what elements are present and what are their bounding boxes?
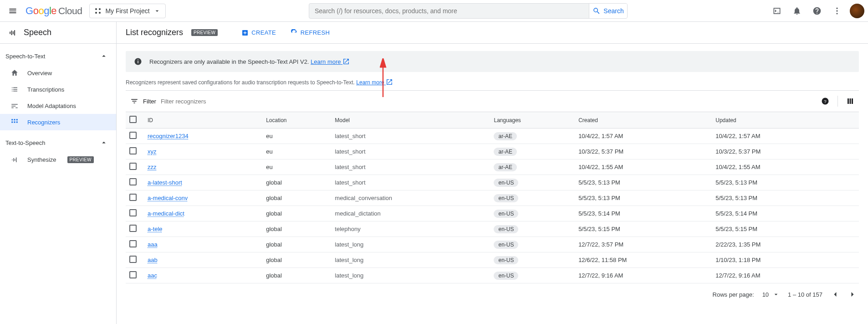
chevron-down-icon	[153, 7, 161, 15]
recognizer-id-link[interactable]: a-medical-conv	[148, 195, 188, 201]
recognizer-id-link[interactable]: a-latest-short	[148, 179, 182, 186]
recognizer-id-link[interactable]: aac	[148, 272, 157, 279]
search-icon	[592, 7, 601, 15]
hamburger-icon	[8, 6, 17, 15]
sidebar-product-header[interactable]: Speech	[0, 22, 116, 44]
help-button[interactable]	[808, 2, 826, 20]
row-checkbox[interactable]	[129, 240, 137, 247]
recognizer-id-link[interactable]: aaa	[148, 241, 158, 248]
create-button[interactable]: CREATE	[241, 29, 276, 36]
sidebar-item-recognizers[interactable]: Recognizers	[0, 114, 116, 130]
col-created[interactable]: Created	[575, 112, 712, 129]
nav-menu-button[interactable]	[4, 2, 22, 20]
list-icon	[10, 85, 19, 93]
recognizer-id-link[interactable]: a-tele	[148, 226, 163, 232]
col-languages[interactable]: Languages	[490, 112, 575, 129]
chevron-up-icon	[100, 52, 108, 60]
col-updated[interactable]: Updated	[712, 112, 841, 129]
row-checkbox[interactable]	[129, 225, 137, 232]
open-in-new-icon	[342, 58, 350, 65]
language-chip: en-US	[494, 179, 518, 187]
sidebar-item-overview[interactable]: Overview	[0, 65, 116, 81]
svg-rect-18	[138, 61, 138, 63]
search-input[interactable]	[309, 7, 589, 15]
cloud-shell-button[interactable]	[768, 2, 786, 20]
cell-created: 10/4/22, 1:57 AM	[575, 129, 712, 144]
prev-page-button[interactable]	[831, 290, 840, 299]
cell-created: 5/5/23, 5:14 PM	[575, 206, 712, 221]
svg-point-5	[836, 10, 837, 11]
table-row: zzzeulatest_shortar-AE10/4/22, 1:55 AM10…	[126, 159, 859, 175]
cell-location: global	[262, 221, 331, 237]
filter-input[interactable]	[161, 98, 817, 105]
recognizer-id-link[interactable]: aab	[148, 257, 158, 263]
svg-point-2	[95, 12, 97, 14]
table-row: xyzeulatest_shortar-AE10/3/22, 5:37 PM10…	[126, 144, 859, 159]
cell-updated: 5/5/23, 5:13 PM	[712, 175, 841, 190]
cell-location: global	[262, 252, 331, 268]
table-row: aaagloballatest_longen-US12/7/22, 3:57 P…	[126, 237, 859, 252]
select-all-checkbox[interactable]	[129, 116, 137, 123]
search-button[interactable]: Search	[589, 4, 627, 18]
svg-rect-9	[13, 31, 14, 34]
col-model[interactable]: Model	[331, 112, 490, 129]
cell-model: latest_short	[331, 175, 490, 190]
cell-model: latest_short	[331, 159, 490, 175]
project-name: My First Project	[105, 7, 149, 15]
more-button[interactable]	[828, 2, 846, 20]
cell-created: 10/3/22, 5:37 PM	[575, 144, 712, 159]
svg-text:?: ?	[824, 99, 827, 104]
search-box[interactable]: Search	[309, 3, 628, 19]
filter-icon	[130, 97, 138, 105]
recognizer-id-link[interactable]: a-medical-dict	[148, 210, 184, 217]
help-filled-icon[interactable]: ?	[821, 97, 829, 105]
sidebar-section-stt[interactable]: Speech-to-Text	[0, 47, 116, 65]
sidebar-section-tts[interactable]: Text-to-Speech	[0, 134, 116, 151]
cell-created: 12/7/22, 3:57 PM	[575, 237, 712, 252]
recognizer-id-link[interactable]: recognizer1234	[148, 133, 189, 139]
rows-per-page-label: Rows per page:	[713, 291, 754, 298]
rows-per-page-select[interactable]: 10	[762, 291, 780, 298]
recognizer-id-link[interactable]: xyz	[148, 148, 157, 155]
sidebar-item-synthesize[interactable]: Synthesize PREVIEW	[0, 151, 116, 168]
sidebar-item-transcriptions[interactable]: Transcriptions	[0, 81, 116, 98]
columns-icon[interactable]	[846, 97, 854, 105]
terminal-icon	[772, 6, 781, 15]
row-checkbox[interactable]	[129, 132, 137, 139]
content-header: List recognizers PREVIEW CREATE REFRESH	[117, 22, 868, 44]
row-checkbox[interactable]	[129, 147, 137, 154]
row-checkbox[interactable]	[129, 178, 137, 185]
svg-rect-8	[11, 31, 12, 35]
banner-learn-more-link[interactable]: Learn more	[311, 58, 350, 65]
sidebar-item-model-adaptations[interactable]: Model Adaptations	[0, 98, 116, 114]
language-chip: ar-AE	[494, 132, 517, 140]
cell-updated: 2/22/23, 1:35 PM	[712, 237, 841, 252]
next-page-button[interactable]	[848, 290, 857, 299]
row-checkbox[interactable]	[129, 256, 137, 263]
desc-learn-more-link[interactable]: Learn more	[356, 79, 393, 86]
cell-model: medical_conversation	[331, 190, 490, 206]
col-location[interactable]: Location	[262, 112, 331, 129]
language-chip: en-US	[494, 272, 518, 280]
bell-icon	[792, 6, 802, 15]
cell-created: 12/7/22, 9:16 AM	[575, 268, 712, 283]
svg-rect-24	[852, 98, 853, 104]
row-checkbox[interactable]	[129, 163, 137, 170]
row-checkbox[interactable]	[129, 209, 137, 216]
info-icon	[134, 57, 142, 66]
row-checkbox[interactable]	[129, 271, 137, 278]
notifications-button[interactable]	[788, 2, 806, 20]
google-cloud-logo[interactable]: Google Cloud	[26, 5, 82, 17]
project-selector[interactable]: My First Project	[89, 4, 165, 18]
svg-rect-14	[11, 122, 13, 123]
speech-icon	[8, 28, 17, 37]
svg-rect-12	[14, 119, 15, 120]
account-avatar[interactable]	[850, 4, 864, 18]
col-id[interactable]: ID	[144, 112, 262, 129]
refresh-button[interactable]: REFRESH	[291, 29, 330, 36]
language-chip: en-US	[494, 194, 518, 202]
row-checkbox[interactable]	[129, 194, 137, 201]
cell-updated: 10/4/22, 1:57 AM	[712, 129, 841, 144]
recognizer-id-link[interactable]: zzz	[148, 164, 157, 170]
svg-rect-15	[14, 122, 15, 123]
